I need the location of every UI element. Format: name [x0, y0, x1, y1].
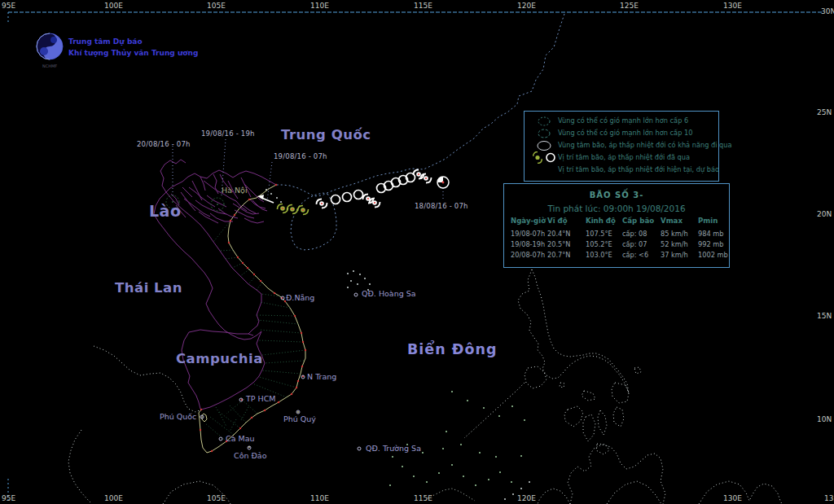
grid-bottom-110E: 110E [310, 495, 329, 502]
info-table-header-col-2: Kinh độ [586, 217, 622, 225]
border-province [248, 276, 256, 284]
coast-dot [305, 349, 306, 351]
info-table-header: Ngày-giờVĩ độKinh độCấp bãoVmaxPmin [511, 217, 726, 225]
coast-dot [302, 341, 304, 343]
info-table-row-1-col-5: 992 mb [698, 240, 726, 248]
info-table-header-col-1: Vĩ độ [547, 217, 586, 225]
coast-masbate [582, 391, 595, 401]
halong-islet [280, 201, 282, 203]
coast-dot [260, 280, 261, 282]
coast-hainan [291, 193, 336, 250]
border-province [218, 411, 240, 428]
coast-dot [200, 429, 201, 431]
coast-dot [296, 387, 297, 388]
truong-sa-islet [467, 400, 468, 401]
legend-item-4: Vị trí tâm bão, áp thấp nhiệt đới hiện t… [525, 164, 718, 174]
grid-top-100E: 100E [104, 2, 123, 10]
city-marker [219, 437, 222, 440]
storm-fix-icon [437, 177, 449, 188]
truong-sa-islet [413, 476, 415, 477]
legend-item-3: Vị trí tâm bão, áp thấp nhiệt đới đã qua [525, 151, 718, 162]
typhoon-icon-recent [278, 204, 288, 213]
info-table-row-2-col-3: cấp: <6 [622, 251, 661, 259]
truong-sa-islet [460, 444, 462, 445]
grid-right-20N: 20N [817, 211, 832, 218]
border-province [240, 270, 249, 276]
info-table-row-1-col-3: cấp: 07 [622, 240, 661, 248]
truong-sa-islet [475, 484, 476, 486]
info-table-row-0-col-3: cấp: 08 [622, 230, 661, 238]
label-phu-quoc: Phú Quốc [160, 413, 196, 421]
info-table-row-1-col-1: 20.5°N [547, 240, 586, 248]
border-province [213, 221, 230, 242]
coast-luzon-east [532, 270, 629, 393]
halong-islet [266, 189, 267, 191]
grid-bottom-130E: 130E [723, 495, 742, 502]
truong-sa-islet [524, 419, 525, 421]
coast-mindanao [568, 445, 665, 504]
label-thai-lan: Thái Lan [115, 282, 182, 296]
legend-label-1: Vùng có thể có gió mạnh lớn hơn cấp 10 [558, 129, 692, 137]
border-province-north [244, 218, 264, 223]
info-table-row-0-col-4: 85 km/h [661, 230, 698, 238]
legend-icon-typhoon-and-ring [529, 151, 557, 162]
info-table-row-2-col-5: 1002 mb [698, 251, 726, 259]
border-province [259, 377, 296, 388]
border-province-north [210, 213, 233, 221]
storm-info-title: BÃO SỐ 3- [504, 191, 729, 199]
coast-dot [239, 427, 241, 429]
legend-item-1: Vùng có thể có gió mạnh lớn hơn cấp 10 [525, 127, 718, 138]
grid-top-125E: 125E [620, 2, 639, 10]
direction-arrow-icon [257, 195, 274, 203]
legend-icon-dashed-circle-10 [529, 127, 557, 138]
border-province [257, 283, 262, 290]
grid-top-120E: 120E [517, 2, 536, 10]
border-province [205, 423, 226, 441]
org-title: Trung tâm Dự báo Khí tượng Thủy văn Trun… [68, 37, 198, 59]
sulu-islet [529, 481, 530, 483]
info-table-row-1-col-0: 19/08-19h [511, 240, 547, 248]
grid-bottom-135E: 135E [824, 495, 834, 502]
sulu-islet [504, 498, 506, 500]
label-tp-hcm: TP HCM [246, 395, 276, 403]
truong-sa-islet [392, 456, 393, 458]
track-date-19-08-07h: 19/08/16 - 07h [274, 153, 327, 160]
truong-sa-islet [520, 455, 522, 457]
typhoon-icon-past [317, 199, 327, 208]
coast-malay [68, 430, 92, 504]
org-title-line2: Khí tượng Thủy văn Trung ương [68, 48, 198, 59]
track-date-18-08-07h: 18/08/16 - 07h [415, 203, 468, 210]
legend-icon-dashed-circle-6 [529, 115, 557, 125]
border-province-north [244, 184, 264, 202]
track-ring-past [354, 191, 363, 199]
info-table-row-2-col-2: 103.0°E [586, 251, 622, 259]
coast-borneo-2 [607, 481, 661, 504]
legend-box: Vùng có thể có gió mạnh lớn hơn cấp 6Vùn… [524, 111, 719, 182]
coast-dot [297, 380, 299, 382]
coast-dot [211, 450, 213, 452]
truong-sa-islet [389, 484, 391, 486]
border-province [230, 405, 246, 423]
coast-dot [291, 393, 292, 395]
storm-track-map: NCHMF Trung tâm Dự báo Khí tượng Thủy vă… [0, 0, 834, 504]
info-table-row-2-col-1: 20.7°N [547, 251, 586, 259]
hoang-sa-islet [357, 283, 358, 285]
info-table-row-0-col-1: 20.4°N [547, 230, 586, 238]
org-title-line1: Trung tâm Dự báo [68, 37, 198, 48]
border-province [210, 417, 234, 435]
hoang-sa-islet [353, 270, 354, 272]
island [560, 383, 564, 388]
coast-dot [228, 242, 230, 243]
coast-dot [242, 262, 244, 264]
coast-dot [274, 292, 275, 294]
border-province [257, 320, 298, 324]
grid-top-95E: 95E [2, 2, 15, 10]
border-cambodia-west [182, 332, 200, 409]
label-truong-sa: QĐ. Trường Sa [366, 445, 421, 453]
svg-text:NCHMF: NCHMF [42, 64, 57, 68]
info-table-row-0-col-5: 984 mb [698, 230, 726, 238]
coast-dot [278, 401, 279, 403]
grid-top-30N: 30N [821, 8, 834, 15]
coast-dot [301, 366, 303, 367]
coast-dot [294, 315, 296, 317]
